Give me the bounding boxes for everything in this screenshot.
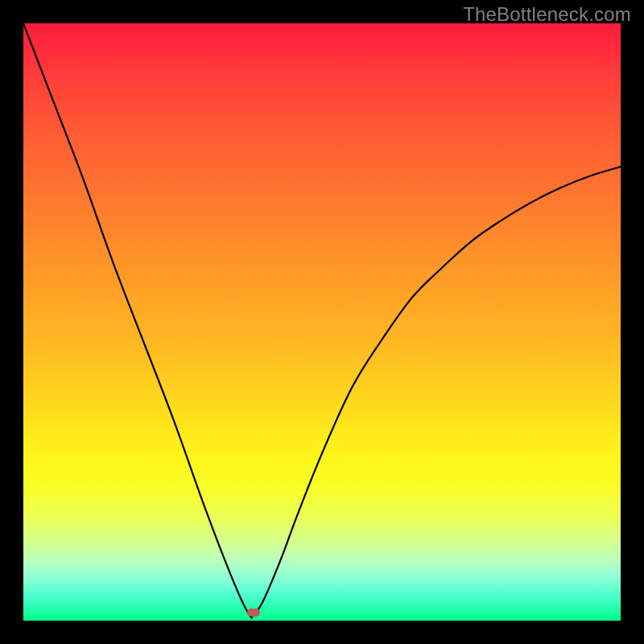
chart-frame: TheBottleneck.com	[0, 0, 644, 644]
watermark-text: TheBottleneck.com	[463, 3, 631, 26]
curve-svg	[23, 23, 621, 621]
bottleneck-marker	[247, 609, 260, 617]
curve-right-branch	[251, 167, 621, 617]
curve-left-branch	[23, 23, 251, 617]
plot-area	[23, 23, 621, 621]
